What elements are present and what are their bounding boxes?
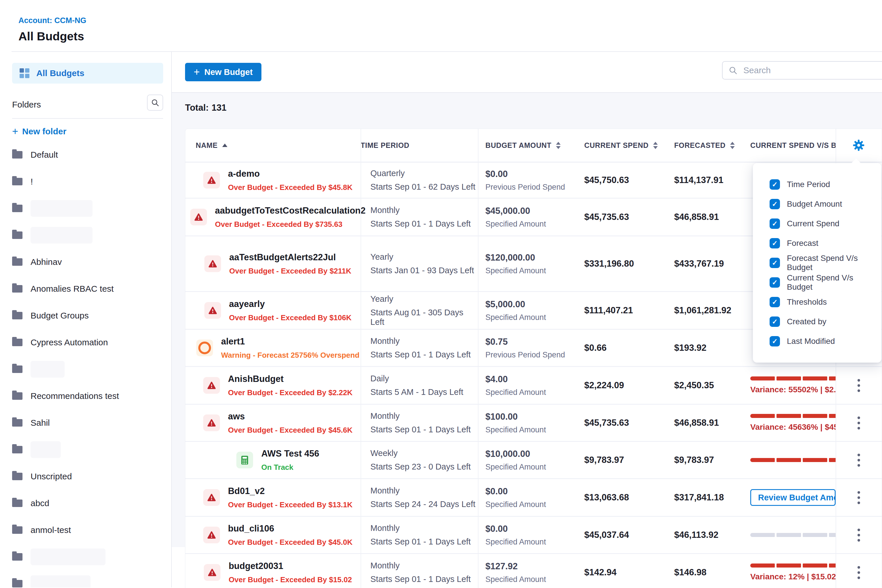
alert-triangle-icon [194,213,203,221]
folder-item[interactable] [12,222,163,249]
row-menu-button[interactable] [855,376,863,395]
time-period-detail: Starts Sep 23 - 0 Days Left [370,462,478,471]
column-toggle-item[interactable]: ✓ Forecast [770,238,876,249]
column-toggle-item[interactable]: ✓ Last Modified [770,336,876,346]
column-toggle-item[interactable]: ✓ Time Period [770,179,876,190]
forecasted: $46,858.91 [674,418,750,428]
budget-name[interactable]: aabudgetToTestCostRecalculation2 [215,206,366,216]
budget-name[interactable]: alert1 [221,336,359,347]
folder-item[interactable]: Default [12,141,163,168]
checkbox-checked-icon[interactable]: ✓ [770,179,780,190]
total-count: Total:131 [185,103,882,113]
folder-search-button[interactable] [147,94,163,111]
folder-item[interactable]: Recommendations test [12,382,163,409]
alert-triangle-icon [207,176,216,184]
folder-item[interactable] [12,195,163,222]
time-period: Monthly [370,486,478,495]
budget-name[interactable]: a-demo [228,169,352,179]
column-toggle-item[interactable]: ✓ Budget Amount [770,199,876,209]
budget-name[interactable]: Bd01_v2 [228,486,352,496]
checkbox-checked-icon[interactable]: ✓ [770,297,780,307]
time-period-detail: Starts Sep 01 - 1 Days Left [370,574,478,584]
table-row[interactable]: AnishBudget Over Budget - Exceeded By $2… [185,367,882,405]
folder-label: ! [30,177,33,186]
forecasted: $46,113.92 [674,530,750,540]
table-row[interactable]: bud_cli106 Over Budget - Exceeded By $45… [185,517,882,554]
column-toggle-item[interactable]: ✓ Created by [770,316,876,327]
review-budget-button[interactable]: Review Budget Amount [750,489,836,506]
folder-item[interactable] [12,356,163,382]
status-icon [190,208,207,225]
table-row[interactable]: Bd01_v2 Over Budget - Exceeded By $13.1K… [185,479,882,517]
budget-name[interactable]: bud_cli106 [228,524,352,534]
row-menu-button[interactable] [855,414,863,432]
folder-item[interactable]: Cypress Automation [12,329,163,356]
folder-item[interactable]: abcd [12,490,163,516]
folder-item[interactable]: Sahil [12,409,163,436]
folder-item[interactable]: Anomalies RBAC test [12,275,163,302]
new-folder-button[interactable]: + New folder [12,126,163,137]
folder-item[interactable]: ! [12,168,163,195]
column-toggle-item[interactable]: ✓ Thresholds [770,297,876,307]
budget-name[interactable]: AWS Test 456 [261,448,319,459]
folder-item[interactable]: Abhinav [12,249,163,275]
column-toggle-item[interactable]: ✓ Current Spend [770,219,876,229]
account-breadcrumb-link[interactable]: Account: CCM-NG [18,16,882,25]
folder-label: Recommendations test [30,391,119,401]
folder-item[interactable] [12,543,163,570]
budget-name[interactable]: AnishBudget [228,374,352,384]
folder-item[interactable] [12,436,163,463]
checkbox-checked-icon[interactable]: ✓ [770,199,780,209]
folder-icon [12,580,22,587]
folder-icon [12,258,22,266]
column-header-budget-amount[interactable]: BUDGET AMOUNT [478,141,580,150]
column-header-forecasted[interactable]: FORECASTED [672,141,750,150]
column-header-name[interactable]: NAME [185,141,361,150]
budget-amount: $5,000.00 [485,299,580,310]
folder-icon [12,205,22,212]
folder-item[interactable]: Unscripted [12,463,163,490]
plus-icon: + [12,127,18,136]
status-icon [196,339,213,356]
budget-name[interactable]: budget20031 [229,561,352,571]
sidebar-item-all-budgets[interactable]: All Budgets [12,63,163,84]
redacted-folder-label [30,549,105,565]
budget-name[interactable]: aaTestBudgetAlerts22Jul [229,252,351,262]
sort-icon [653,142,658,149]
checkbox-checked-icon[interactable]: ✓ [770,316,780,327]
table-row[interactable]: AWS Test 456 On Track Weekly Starts Sep … [185,442,882,479]
spend-vs-budget-cell: Review Budget Amount [750,479,836,516]
budget-name[interactable]: aayearly [229,299,352,309]
column-settings-button[interactable] [853,140,864,151]
budget-name[interactable]: aws [228,411,352,422]
checkbox-checked-icon[interactable]: ✓ [770,336,780,346]
search-field[interactable] [722,61,882,80]
table-row[interactable]: aws Over Budget - Exceeded By $45.6K Mon… [185,405,882,442]
search-input[interactable] [743,65,865,75]
new-budget-button[interactable]: + New Budget [185,63,261,81]
time-period-detail: Starts Jan 01 - 93 Days Left [370,266,478,275]
spend-vs-budget-cell [750,517,836,553]
checkbox-checked-icon[interactable]: ✓ [770,219,780,229]
column-toggle-item[interactable]: ✓ Current Spend V/s Budget [770,277,876,288]
column-header-current-spend[interactable]: CURRENT SPEND [580,141,672,150]
time-period-detail: Starts Sep 01 - 1 Days Left [370,425,478,434]
budget-status: Over Budget - Exceeded By $735.63 [215,220,366,229]
column-header-spend-vs-budget[interactable]: CURRENT SPEND V/S BUDGET [750,141,836,150]
folder-item[interactable]: Budget Groups [12,302,163,329]
spend-bar-gray [750,533,836,537]
time-period: Monthly [370,206,478,215]
row-menu-button[interactable] [855,526,863,544]
row-menu-button[interactable] [855,451,863,470]
checkbox-checked-icon[interactable]: ✓ [770,277,780,288]
row-menu-button[interactable] [855,563,863,582]
column-toggle-item[interactable]: ✓ Forecast Spend V/s Budget [770,258,876,268]
checkbox-checked-icon[interactable]: ✓ [770,258,780,268]
folder-item[interactable]: anmol-test [12,516,163,543]
column-header-time-period[interactable]: TIME PERIOD [361,141,478,150]
folder-item[interactable] [12,570,163,587]
checkbox-checked-icon[interactable]: ✓ [770,238,780,249]
alert-triangle-icon [207,381,216,390]
row-menu-button[interactable] [855,488,863,507]
table-row[interactable]: budget20031 Over Budget - Exceeded By $1… [185,554,882,588]
